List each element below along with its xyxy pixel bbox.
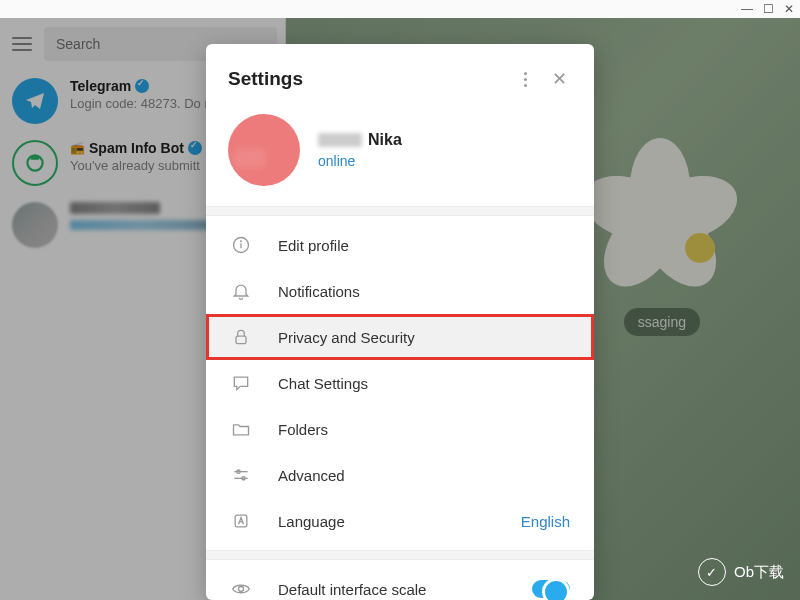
menu-chat-settings[interactable]: Chat Settings	[206, 360, 594, 406]
scale-toggle[interactable]	[532, 580, 570, 598]
menu-language[interactable]: Language English	[206, 498, 594, 544]
profile-avatar[interactable]	[228, 114, 300, 186]
svg-rect-5	[236, 336, 246, 344]
window-maximize[interactable]: ☐	[763, 2, 774, 16]
close-icon[interactable]: ✕	[542, 62, 576, 96]
settings-modal: Settings ✕ Nika online Edit profile Noti…	[206, 44, 594, 600]
language-icon	[230, 510, 252, 532]
language-value: English	[521, 513, 570, 530]
profile-status: online	[318, 153, 402, 169]
profile-name: Nika	[318, 131, 402, 149]
menu-folders[interactable]: Folders	[206, 406, 594, 452]
menu-notifications[interactable]: Notifications	[206, 268, 594, 314]
menu-privacy-security[interactable]: Privacy and Security	[206, 314, 594, 360]
folder-icon	[230, 418, 252, 440]
sliders-icon	[230, 464, 252, 486]
eye-icon	[230, 578, 252, 600]
chat-icon	[230, 372, 252, 394]
menu-edit-profile[interactable]: Edit profile	[206, 222, 594, 268]
settings-title: Settings	[228, 68, 508, 90]
window-close[interactable]: ✕	[784, 2, 794, 16]
info-icon	[230, 234, 252, 256]
bell-icon	[230, 280, 252, 302]
profile-section: Nika online	[206, 110, 594, 206]
svg-point-11	[239, 587, 244, 592]
window-minimize[interactable]: —	[741, 2, 753, 16]
lock-icon	[230, 326, 252, 348]
watermark: ✓ Ob下载	[698, 558, 784, 586]
menu-interface-scale[interactable]: Default interface scale	[206, 566, 594, 600]
more-icon[interactable]	[508, 62, 542, 96]
menu-advanced[interactable]: Advanced	[206, 452, 594, 498]
window-titlebar: — ☐ ✕	[0, 0, 800, 18]
svg-point-4	[241, 241, 242, 242]
